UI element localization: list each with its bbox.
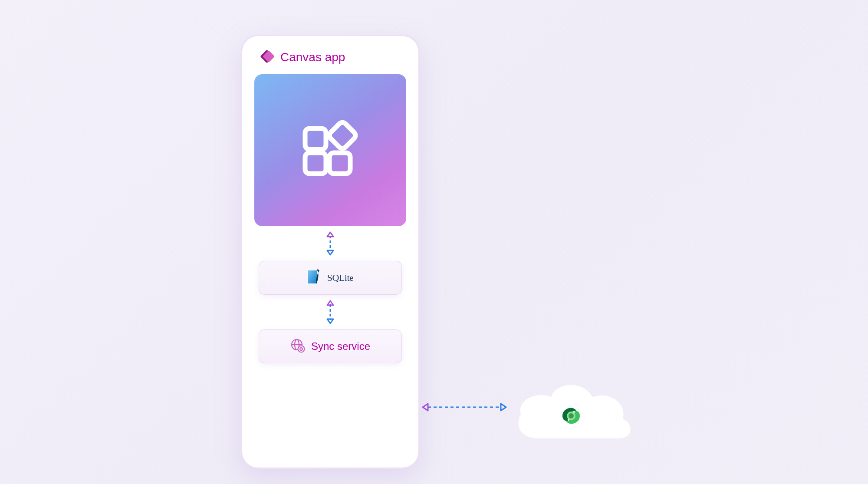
bidirectional-arrow-icon: [324, 299, 337, 325]
power-apps-icon: [259, 48, 275, 66]
sqlite-node: SQLite: [259, 261, 402, 295]
dataverse-icon: [556, 400, 587, 433]
canvas-tile: [254, 74, 406, 226]
svg-rect-2: [305, 128, 326, 149]
svg-rect-3: [305, 153, 326, 174]
bidirectional-arrow-icon: [324, 230, 337, 257]
svg-rect-1: [263, 50, 275, 63]
apps-grid-icon: [296, 115, 365, 186]
cloud-node: [503, 373, 638, 456]
sync-service-node: Sync service: [259, 329, 402, 363]
globe-sync-icon: [290, 338, 305, 355]
svg-point-13: [298, 346, 304, 352]
svg-point-16: [569, 413, 574, 418]
sqlite-icon: [307, 269, 321, 287]
device-frame: Canvas app: [241, 35, 420, 469]
svg-rect-5: [328, 121, 357, 150]
sqlite-label: SQLite: [327, 272, 354, 283]
canvas-app-header: Canvas app: [259, 48, 345, 66]
svg-rect-8: [308, 270, 317, 283]
canvas-app-title: Canvas app: [280, 50, 345, 64]
sync-service-label: Sync service: [311, 340, 370, 352]
bidirectional-arrow-icon: [421, 401, 508, 414]
svg-rect-4: [329, 153, 350, 174]
